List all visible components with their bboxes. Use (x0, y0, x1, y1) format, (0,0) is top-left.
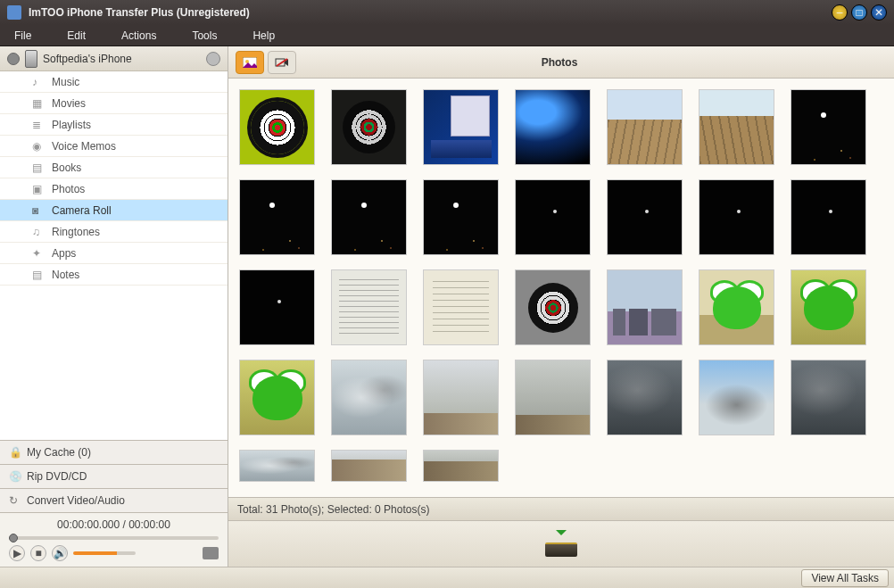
volume-icon[interactable]: 🔊 (52, 545, 68, 561)
sidebar-item-books[interactable]: ▤Books (0, 157, 228, 178)
play-button[interactable]: ▶ (9, 545, 25, 561)
minimize-button[interactable]: – (832, 4, 848, 21)
device-row[interactable]: Softpedia's iPhone (0, 46, 228, 71)
photo-thumbnail[interactable] (607, 269, 683, 345)
sidebar-label: Apps (52, 247, 76, 260)
snapshot-button[interactable] (203, 547, 219, 559)
my-cache-row[interactable]: 🔒My Cache (0) (0, 440, 228, 464)
photo-thumbnail[interactable] (607, 89, 683, 165)
action-bar (228, 520, 894, 567)
music-icon: ♪ (32, 76, 45, 88)
photo-thumbnail[interactable] (699, 179, 774, 255)
disc-icon: 💿 (9, 470, 21, 483)
menu-help[interactable]: Help (252, 29, 275, 42)
menu-edit[interactable]: Edit (67, 29, 86, 42)
menu-file[interactable]: File (14, 29, 31, 42)
sidebar-item-apps[interactable]: ✦Apps (0, 243, 228, 264)
app-icon (7, 5, 21, 20)
photo-thumbnail[interactable] (331, 360, 407, 435)
photo-thumbnail[interactable] (423, 360, 499, 435)
sidebar-label: Voice Memos (52, 140, 116, 153)
photo-thumbnail[interactable] (423, 89, 499, 165)
iphone-icon (25, 50, 37, 68)
close-button[interactable]: ✕ (871, 4, 887, 21)
sidebar-item-photos[interactable]: ▣Photos (0, 178, 228, 200)
sidebar-item-notes[interactable]: ▤Notes (0, 264, 228, 286)
lock-icon: 🔒 (9, 446, 21, 459)
eject-icon[interactable] (7, 53, 20, 65)
sidebar-item-voice[interactable]: ◉Voice Memos (0, 136, 228, 157)
photo-thumbnail[interactable] (331, 450, 407, 482)
photo-thumbnail[interactable] (239, 269, 315, 345)
sidebar-label: Camera Roll (52, 204, 112, 217)
photo-thumbnail[interactable] (331, 179, 407, 255)
photo-thumbnail[interactable] (239, 360, 315, 435)
video-view-button[interactable] (268, 51, 296, 74)
photo-thumbnail[interactable] (607, 179, 683, 255)
menu-actions[interactable]: Actions (121, 29, 156, 42)
convert-row[interactable]: ↻Convert Video/Audio (0, 488, 228, 512)
sidebar-item-playlists[interactable]: ≣Playlists (0, 114, 228, 136)
photo-thumbnail[interactable] (699, 269, 774, 345)
photo-thumbnail[interactable] (515, 360, 591, 435)
status-text: Total: 31 Photo(s); Selected: 0 Photos(s… (237, 503, 429, 516)
photo-thumbnail[interactable] (515, 269, 591, 345)
photo-grid[interactable] (228, 79, 894, 497)
player-time: 00:00:00.000 / 00:00:00 (9, 518, 219, 531)
photo-thumbnail[interactable] (791, 179, 866, 255)
photo-thumbnail[interactable] (331, 269, 407, 345)
sidebar-label: Ringtones (52, 226, 100, 238)
menu-tools[interactable]: Tools (192, 29, 217, 42)
disk-icon (545, 542, 577, 557)
bell-icon: ♫ (32, 226, 45, 238)
sidecard-label: Convert Video/Audio (27, 494, 125, 507)
photo-thumbnail[interactable] (791, 89, 866, 165)
mic-icon: ◉ (32, 140, 45, 153)
titlebar: ImTOO iPhone Transfer Plus (Unregistered… (0, 0, 894, 25)
photo-thumbnail[interactable] (423, 450, 499, 482)
view-all-tasks-button[interactable]: View All Tasks (801, 569, 889, 587)
photo-thumbnail[interactable] (791, 269, 866, 345)
maximize-button[interactable]: □ (851, 4, 867, 21)
sidebar-label: Music (52, 76, 79, 88)
sidebar-item-movies[interactable]: ▦Movies (0, 93, 228, 114)
sidecard-label: Rip DVD/CD (27, 470, 87, 483)
status-bar: Total: 31 Photo(s); Selected: 0 Photos(s… (228, 497, 894, 520)
playlist-icon: ≣ (32, 119, 45, 131)
photo-thumbnail[interactable] (607, 360, 683, 435)
menubar: File Edit Actions Tools Help (0, 25, 894, 46)
photo-thumbnail[interactable] (791, 360, 866, 435)
main-panel: Photos Total: 31 Photo(s); Selected: 0 P… (228, 46, 894, 567)
photo-thumbnail[interactable] (239, 450, 315, 482)
photo-thumbnail[interactable] (423, 269, 499, 345)
collapse-icon[interactable] (206, 52, 220, 66)
sidecard-label: My Cache (0) (27, 446, 91, 459)
window-title: ImTOO iPhone Transfer Plus (Unregistered… (29, 6, 832, 19)
export-to-disk-button[interactable] (545, 532, 577, 557)
sidebar-item-music[interactable]: ♪Music (0, 71, 228, 93)
rip-row[interactable]: 💿Rip DVD/CD (0, 464, 228, 488)
photo-thumbnail[interactable] (423, 179, 499, 255)
sidebar: Softpedia's iPhone ♪Music ▦Movies ≣Playl… (0, 46, 228, 567)
photo-view-button[interactable] (236, 51, 264, 74)
seek-knob[interactable] (9, 534, 18, 542)
device-name: Softpedia's iPhone (43, 53, 201, 65)
photo-thumbnail[interactable] (331, 89, 407, 165)
sidebar-item-ringtones[interactable]: ♫Ringtones (0, 221, 228, 243)
film-icon: ▦ (32, 97, 45, 110)
photo-thumbnail[interactable] (515, 89, 591, 165)
photo-thumbnail[interactable] (699, 360, 774, 435)
volume-slider[interactable] (73, 551, 136, 555)
stop-button[interactable]: ■ (30, 545, 46, 561)
photo-thumbnail[interactable] (239, 179, 315, 255)
photo-thumbnail[interactable] (515, 179, 591, 255)
player-panel: 00:00:00.000 / 00:00:00 ▶ ■ 🔊 (0, 512, 228, 567)
convert-icon: ↻ (9, 494, 21, 507)
sidebar-label: Movies (52, 97, 86, 110)
sidebar-item-camera-roll[interactable]: ◙Camera Roll (0, 200, 228, 221)
photo-thumbnail[interactable] (239, 89, 315, 165)
sidebar-label: Playlists (52, 119, 91, 131)
seek-bar[interactable] (9, 536, 219, 540)
panel-heading: Photos (300, 56, 819, 69)
photo-thumbnail[interactable] (699, 89, 774, 165)
